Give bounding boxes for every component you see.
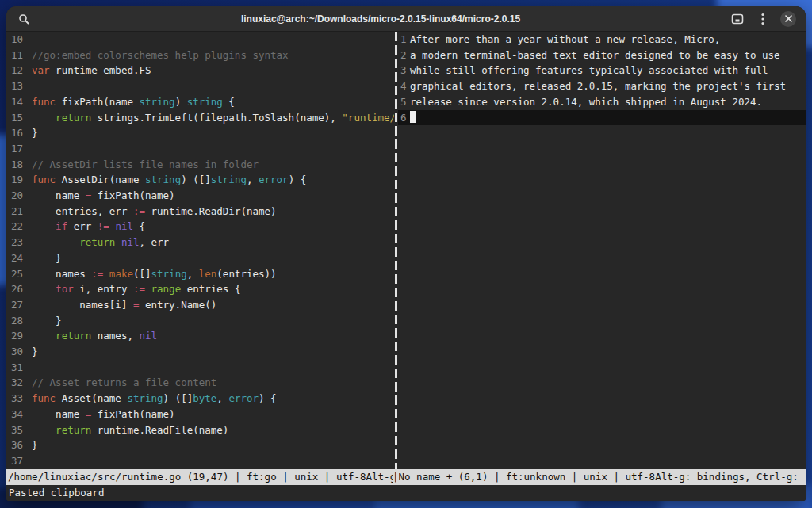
editor-line[interactable]: 24 } bbox=[6, 250, 394, 266]
editor-line[interactable]: 35 return runtime.ReadFile(name) bbox=[6, 422, 394, 438]
code-token: string bbox=[211, 174, 247, 185]
editor-pane-right[interactable]: 1After more than a year without a new re… bbox=[398, 32, 806, 469]
line-content: if err != nil { bbox=[32, 219, 145, 235]
line-number: 37 bbox=[6, 453, 32, 469]
code-token: != bbox=[98, 220, 109, 232]
line-number: 20 bbox=[6, 188, 32, 204]
code-token: runtime.ReadDir(name) bbox=[145, 205, 277, 217]
editor-line[interactable]: 2a modern terminal-based text editor des… bbox=[398, 48, 806, 63]
editor-line[interactable]: 16} bbox=[6, 125, 394, 141]
message-line: Pasted clipboard bbox=[6, 485, 806, 501]
code-token: ) bbox=[289, 174, 301, 185]
line-number: 5 bbox=[398, 94, 410, 110]
editor-line[interactable]: 20 name = fixPath(name) bbox=[6, 188, 394, 204]
editor-line[interactable]: 37 bbox=[6, 453, 394, 469]
editor-line[interactable]: 10 bbox=[6, 32, 394, 48]
code-token: "runtime/" bbox=[342, 112, 394, 124]
code-token: return bbox=[56, 424, 91, 436]
line-number: 23 bbox=[6, 235, 32, 250]
line-content: while still offering features typically … bbox=[410, 63, 768, 78]
code-token: string bbox=[145, 174, 181, 185]
line-number: 15 bbox=[6, 110, 32, 126]
kebab-menu-icon bbox=[761, 13, 764, 25]
code-token: AssetDir(name bbox=[56, 174, 145, 185]
code-token: range bbox=[151, 283, 182, 295]
code-token: := bbox=[133, 283, 145, 295]
code-token: entries { bbox=[181, 283, 240, 295]
editor-line[interactable]: 11//go:embed colorschemes help plugins s… bbox=[6, 48, 394, 63]
editor-line[interactable]: 4graphical editors, released 2.0.15, mar… bbox=[398, 78, 806, 94]
editor-line[interactable]: 17 bbox=[6, 141, 394, 157]
pane-split-divider[interactable] bbox=[395, 32, 397, 469]
editor-line[interactable]: 1After more than a year without a new re… bbox=[398, 32, 806, 48]
editor-line[interactable]: 27 names[i] = entry.Name() bbox=[6, 297, 394, 313]
code-token: ) ([] bbox=[181, 174, 211, 185]
line-content: var runtime embed.FS bbox=[32, 63, 151, 78]
statusbar: /home/linuxiac/src/runtime.go (19,47) | … bbox=[6, 469, 806, 485]
editor-line[interactable]: 15 return strings.TrimLeft(filepath.ToSl… bbox=[6, 110, 394, 126]
code-token: names bbox=[32, 268, 91, 280]
line-content: // AssetDir lists file names in folder bbox=[32, 157, 259, 173]
line-number: 16 bbox=[6, 125, 32, 141]
code-token: := bbox=[91, 268, 103, 280]
editor-line[interactable]: 5release since version 2.0.14, which shi… bbox=[398, 94, 806, 110]
editor-pane-left[interactable]: 1011//go:embed colorschemes help plugins… bbox=[6, 32, 394, 469]
editor-line[interactable]: 22 if err != nil { bbox=[6, 219, 394, 235]
editor-line[interactable]: 13 bbox=[6, 78, 394, 94]
editor-line[interactable]: 19func AssetDir(name string) ([]string, … bbox=[6, 172, 394, 188]
code-token: , bbox=[187, 268, 199, 280]
code-token: } bbox=[32, 439, 38, 451]
code-token: nil bbox=[121, 236, 140, 248]
new-terminal-button[interactable] bbox=[728, 10, 747, 29]
code-token: ) bbox=[175, 96, 187, 108]
editor-line[interactable]: 6 bbox=[398, 110, 806, 126]
editor-line[interactable]: 3while still offering features typically… bbox=[398, 63, 806, 78]
editor-line[interactable]: 25 names := make([]string, len(entries)) bbox=[6, 266, 394, 282]
line-number: 31 bbox=[6, 360, 32, 376]
editor-line[interactable]: 31 bbox=[6, 360, 394, 376]
editor-line[interactable]: 23 return nil, err bbox=[6, 235, 394, 250]
code-token: nil bbox=[115, 220, 133, 232]
code-token bbox=[32, 330, 56, 342]
editor-line[interactable]: 30} bbox=[6, 344, 394, 360]
line-content: entries, err := runtime.ReadDir(name) bbox=[32, 204, 277, 220]
code-token bbox=[145, 283, 151, 295]
editor-line[interactable]: 28 } bbox=[6, 313, 394, 329]
close-button[interactable] bbox=[779, 10, 798, 29]
editor-line[interactable]: 34 name = fixPath(name) bbox=[6, 407, 394, 422]
editor-line[interactable]: 14func fixPath(name string) string { bbox=[6, 94, 394, 110]
code-token: := bbox=[133, 205, 145, 217]
line-content: // Asset returns a file content bbox=[32, 375, 216, 391]
code-token: names, bbox=[91, 330, 139, 342]
line-number: 26 bbox=[6, 281, 32, 297]
line-content: func fixPath(name string) string { bbox=[32, 94, 235, 110]
editor-line[interactable]: 32// Asset returns a file content bbox=[6, 375, 394, 391]
line-content: return strings.TrimLeft(filepath.ToSlash… bbox=[32, 110, 394, 126]
editor-line[interactable]: 33func Asset(name string) ([]byte, error… bbox=[6, 391, 394, 407]
editor-line[interactable]: 12var runtime embed.FS bbox=[6, 63, 394, 78]
code-token: After more than a year without a new rel… bbox=[410, 33, 720, 45]
line-content bbox=[410, 110, 416, 126]
editor-line[interactable]: 18// AssetDir lists file names in folder bbox=[6, 157, 394, 173]
menu-button[interactable] bbox=[753, 10, 772, 29]
line-content: } bbox=[32, 437, 38, 453]
line-content: for i, entry := range entries { bbox=[32, 281, 240, 297]
code-token: i, entry bbox=[74, 283, 133, 295]
search-button[interactable] bbox=[14, 10, 33, 29]
terminal-window: linuxiac@arch:~/Downloads/micro-2.0.15-l… bbox=[6, 6, 806, 501]
code-token bbox=[103, 268, 109, 280]
line-content: //go:embed colorschemes help plugins syn… bbox=[32, 48, 289, 63]
window-title: linuxiac@arch:~/Downloads/micro-2.0.15-l… bbox=[33, 13, 728, 25]
line-number: 24 bbox=[6, 250, 32, 266]
editor-line[interactable]: 26 for i, entry := range entries { bbox=[6, 281, 394, 297]
code-token: ) { bbox=[259, 392, 277, 404]
code-token: func bbox=[32, 96, 56, 108]
editor-line[interactable]: 29 return names, nil bbox=[6, 328, 394, 344]
editor-line[interactable]: 21 entries, err := runtime.ReadDir(name) bbox=[6, 204, 394, 220]
editor-line[interactable]: 36} bbox=[6, 437, 394, 453]
code-token: fixPath(name) bbox=[91, 408, 174, 420]
code-token: ([] bbox=[133, 268, 151, 280]
code-token: string bbox=[139, 96, 174, 108]
line-content: names := make([]string, len(entries)) bbox=[32, 266, 277, 282]
code-token bbox=[32, 112, 56, 124]
